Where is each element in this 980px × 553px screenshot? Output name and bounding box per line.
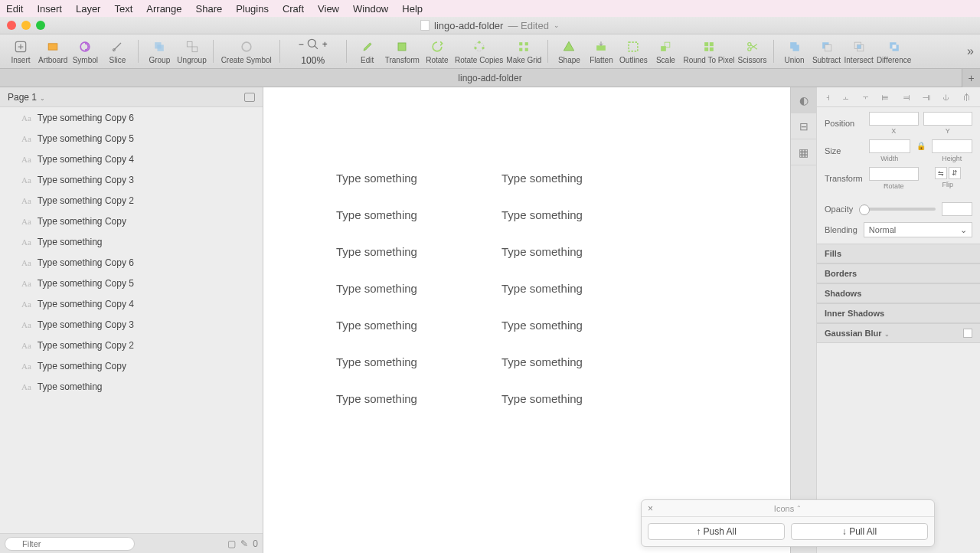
distribute-v-icon[interactable]: ⫛ [962, 92, 972, 103]
canvas-text[interactable]: Type something [501, 380, 583, 417]
menu-window[interactable]: Window [353, 3, 388, 15]
inner-shadows-section[interactable]: Inner Shadows [817, 303, 980, 323]
canvas-text[interactable]: Type something [501, 233, 583, 270]
toolbar-overflow-icon[interactable]: » [967, 44, 974, 58]
shadows-section[interactable]: Shadows [817, 283, 980, 303]
layer-item[interactable]: AaType something Copy 4 [0, 293, 263, 314]
ungroup-button[interactable]: Ungroup [177, 36, 206, 67]
slice-button[interactable]: Slice [103, 36, 132, 67]
maximize-window-button[interactable] [36, 21, 45, 30]
intersect-button[interactable]: Intersect [844, 36, 874, 67]
opacity-input[interactable] [942, 202, 972, 216]
scale-button[interactable]: Scale [651, 36, 680, 67]
menu-help[interactable]: Help [402, 3, 423, 15]
push-all-button[interactable]: ↑ Push All [648, 523, 785, 540]
layer-item[interactable]: AaType something [0, 376, 263, 397]
menu-share[interactable]: Share [196, 3, 223, 15]
align-center-v-icon[interactable]: ⫤ [902, 92, 911, 103]
flip-h-icon[interactable]: ⇋ [935, 167, 947, 179]
menu-layer[interactable]: Layer [76, 3, 101, 15]
popup-header[interactable]: × Icons⌃ [642, 500, 934, 517]
flatten-button[interactable]: Flatten [586, 36, 616, 67]
lock-aspect-icon[interactable]: 🔒 [916, 142, 926, 150]
inspector-tab-properties[interactable]: ◐ [791, 87, 816, 113]
blur-checkbox[interactable] [963, 329, 972, 338]
canvas-text[interactable]: Type something [501, 159, 583, 196]
align-bottom-icon[interactable]: ⫣ [922, 92, 931, 103]
menu-arrange[interactable]: Arrange [146, 3, 181, 15]
layer-item[interactable]: AaType something Copy [0, 211, 263, 231]
artboard-filter-icon[interactable]: ▢ [227, 538, 236, 549]
menu-edit[interactable]: Edit [6, 3, 23, 15]
canvas-text[interactable]: Type something [501, 343, 583, 380]
outlines-button[interactable]: Outlines [619, 36, 648, 67]
rotate-input[interactable] [869, 167, 919, 181]
union-button[interactable]: Union [780, 36, 809, 67]
layer-item[interactable]: AaType something Copy 6 [0, 107, 263, 128]
shape-button[interactable]: Shape [554, 36, 583, 67]
canvas-text[interactable]: Type something [336, 270, 417, 306]
canvas-text[interactable]: Type something [336, 196, 417, 233]
rotate-copies-button[interactable]: Rotate Copies [455, 36, 503, 67]
menu-view[interactable]: View [318, 3, 339, 15]
layer-item[interactable]: AaType something Copy 5 [0, 128, 263, 149]
layer-item[interactable]: AaType something Copy 5 [0, 273, 263, 293]
width-input[interactable] [869, 139, 910, 153]
menu-plugins[interactable]: Plugins [236, 3, 269, 15]
opacity-slider[interactable] [859, 208, 936, 211]
pull-all-button[interactable]: ↓ Pull All [791, 523, 928, 540]
canvas-text[interactable]: Type something [501, 270, 583, 306]
page-selector[interactable]: Page 1⌄ [0, 87, 263, 107]
slice-filter-icon[interactable]: ✎ [240, 538, 248, 549]
position-y-input[interactable] [923, 112, 973, 126]
difference-button[interactable]: Difference [877, 36, 911, 67]
minimize-window-button[interactable] [21, 21, 31, 30]
artboard-button[interactable]: Artboard [38, 36, 67, 67]
scissors-button[interactable]: Scissors [738, 36, 767, 67]
canvas[interactable]: Type something Type something Type somet… [263, 87, 790, 553]
subtract-button[interactable]: Subtract [812, 36, 841, 67]
canvas-text[interactable]: Type something [336, 306, 417, 343]
add-tab-button[interactable]: + [962, 69, 980, 87]
gaussian-blur-section[interactable]: Gaussian Blur ⌄ [817, 323, 980, 343]
close-icon[interactable]: × [648, 503, 653, 514]
insert-button[interactable]: Insert [6, 36, 35, 67]
borders-section[interactable]: Borders [817, 263, 980, 283]
canvas-text[interactable]: Type something [336, 380, 417, 417]
layer-item[interactable]: AaType something Copy 4 [0, 149, 263, 169]
rotate-button[interactable]: Rotate [423, 36, 452, 67]
group-button[interactable]: Group [145, 36, 174, 67]
layer-item[interactable]: AaType something Copy 2 [0, 190, 263, 211]
align-center-h-icon[interactable]: ⫠ [841, 92, 851, 103]
zoom-in-icon[interactable]: + [322, 39, 328, 50]
inspector-tab-ruler[interactable]: ⊟ [791, 113, 816, 139]
canvas-text[interactable]: Type something [501, 306, 583, 343]
layer-item[interactable]: AaType something Copy 3 [0, 314, 263, 335]
tab-document[interactable]: lingo-add-folder [458, 73, 521, 83]
round-to-pixel-button[interactable]: Round To Pixel [683, 36, 734, 67]
edit-button[interactable]: Edit [353, 36, 382, 67]
distribute-h-icon[interactable]: ⫝ [942, 92, 951, 103]
zoom-control[interactable]: − + 100% [286, 36, 340, 67]
filter-input[interactable] [5, 537, 135, 551]
canvas-text[interactable]: Type something [501, 196, 583, 233]
layer-item[interactable]: AaType something Copy [0, 355, 263, 376]
menu-insert[interactable]: Insert [37, 3, 62, 15]
expand-pages-icon[interactable] [244, 93, 255, 102]
height-input[interactable] [932, 139, 973, 153]
canvas-text[interactable]: Type something [336, 233, 417, 270]
align-top-icon[interactable]: ⫢ [881, 92, 890, 103]
align-left-icon[interactable]: ⫞ [825, 92, 830, 103]
flip-v-icon[interactable]: ⇵ [949, 167, 961, 179]
transform-button[interactable]: Transform [385, 36, 420, 67]
fills-section[interactable]: Fills [817, 244, 980, 263]
align-right-icon[interactable]: ⫟ [861, 92, 871, 103]
canvas-text[interactable]: Type something [336, 159, 417, 196]
layer-item[interactable]: AaType something Copy 6 [0, 252, 263, 273]
menu-text[interactable]: Text [114, 3, 132, 15]
blending-select[interactable]: Normal⌄ [864, 222, 972, 237]
symbol-button[interactable]: Symbol [70, 36, 100, 67]
create-symbol-button[interactable]: Create Symbol [220, 36, 273, 67]
position-x-input[interactable] [869, 112, 919, 126]
layer-item[interactable]: AaType something Copy 3 [0, 169, 263, 190]
